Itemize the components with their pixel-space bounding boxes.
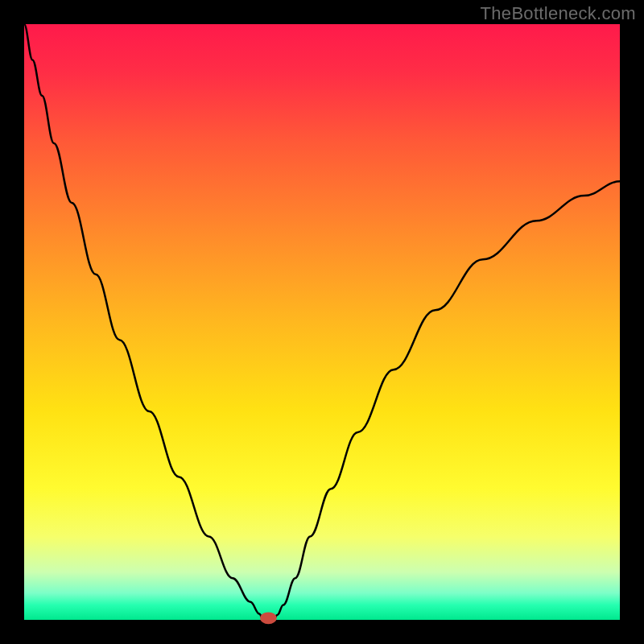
chart-frame: TheBottleneck.com bbox=[0, 0, 644, 644]
chart-plot-area bbox=[24, 24, 620, 620]
bottleneck-chart bbox=[0, 0, 644, 644]
watermark-label: TheBottleneck.com bbox=[481, 3, 636, 24]
marker-optimal-point bbox=[260, 612, 277, 624]
